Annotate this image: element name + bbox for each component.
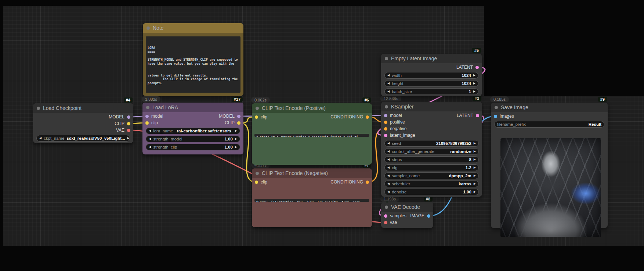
note-textarea[interactable]: LORA ==== STRENGTH_MODEL and STRENGTH_CL… xyxy=(146,36,240,93)
output-port-latent[interactable] xyxy=(476,114,479,117)
node-vae-decode-titlebar[interactable]: VAE Decode xyxy=(381,202,433,212)
combo-left-arrow-icon[interactable]: ◀ xyxy=(387,142,390,145)
collapse-dot-icon[interactable] xyxy=(37,107,40,110)
collapse-dot-icon[interactable] xyxy=(385,57,388,60)
input-label-latent-image: latent_image xyxy=(390,133,415,138)
node-ksampler[interactable]: 12.538s #3 KSampler model LATENT positiv… xyxy=(381,102,482,197)
combo-left-arrow-icon[interactable]: ◀ xyxy=(387,182,390,185)
positive-prompt-textarea[interactable]: a photo of a cyborg wearing a spacesuit … xyxy=(254,134,369,137)
collapse-dot-icon[interactable] xyxy=(146,26,150,30)
output-port-vae[interactable] xyxy=(127,129,130,132)
combo-right-arrow-icon[interactable]: ▶ xyxy=(474,158,476,161)
combo-left-arrow-icon[interactable]: ◀ xyxy=(387,90,390,93)
combo-right-arrow-icon[interactable]: ▶ xyxy=(235,138,237,140)
control-after-generate-widget[interactable]: ◀ control_after_generate randomize ▶ xyxy=(384,148,479,155)
cfg-widget[interactable]: ◀ cfg 1.2 ▶ xyxy=(384,164,479,171)
input-port-images[interactable] xyxy=(494,115,497,118)
node-graph-canvas[interactable]: Note LORA ==== STRENGTH_MODEL and STRENG… xyxy=(0,0,644,271)
node-clip-positive-titlebar[interactable]: CLIP Text Encode (Positive) xyxy=(252,103,372,113)
sampler-name-widget[interactable]: ◀ sampler_name dpmpp_2m ▶ xyxy=(384,172,479,179)
output-port-conditioning[interactable] xyxy=(366,115,369,119)
input-port-negative[interactable] xyxy=(384,127,387,131)
width-widget[interactable]: ◀ width 1024 ▶ xyxy=(384,72,478,79)
combo-left-arrow-icon[interactable]: ◀ xyxy=(149,129,151,132)
strength-model-widget[interactable]: ◀ strength_model 1.00 ▶ xyxy=(146,136,240,142)
input-port-clip[interactable] xyxy=(145,121,149,125)
output-port-clip[interactable] xyxy=(127,122,130,125)
input-port-samples[interactable] xyxy=(384,214,387,218)
combo-left-arrow-icon[interactable]: ◀ xyxy=(387,74,390,77)
combo-right-arrow-icon[interactable]: ▶ xyxy=(474,174,476,177)
node-clip-text-encode-positive[interactable]: 0.062s #6 CLIP Text Encode (Positive) cl… xyxy=(252,103,372,165)
output-port-conditioning[interactable] xyxy=(366,181,369,184)
ckpt-name-widget[interactable]: ◀ ckpt_name sdxl_realvisxlV50_v50Light..… xyxy=(36,135,130,142)
combo-right-arrow-icon[interactable]: ▶ xyxy=(474,190,476,193)
input-label-negative: negative xyxy=(390,126,406,131)
node-note-titlebar[interactable]: Note xyxy=(143,23,243,33)
combo-right-arrow-icon[interactable]: ▶ xyxy=(473,90,475,93)
combo-left-arrow-icon[interactable]: ◀ xyxy=(39,137,41,140)
node-load-lora[interactable]: 1.882s #17 Load LoRA model MODEL clip CL… xyxy=(142,103,243,154)
node-load-checkpoint-titlebar[interactable]: Load Checkpoint xyxy=(33,103,133,113)
input-port-model[interactable] xyxy=(384,114,387,117)
input-port-clip[interactable] xyxy=(255,181,258,184)
combo-left-arrow-icon[interactable]: ◀ xyxy=(387,190,390,193)
output-port-model[interactable] xyxy=(127,115,130,119)
height-widget[interactable]: ◀ height 1024 ▶ xyxy=(384,80,478,87)
scheduler-widget[interactable]: ◀ scheduler karras ▶ xyxy=(384,181,479,187)
combo-right-arrow-icon[interactable]: ▶ xyxy=(235,129,237,132)
strength-clip-widget[interactable]: ◀ strength_clip 1.00 ▶ xyxy=(146,144,240,150)
widget-label: lora_name xyxy=(153,129,173,133)
negative-prompt-textarea[interactable]: blurry, illustration, toy, clay, low qua… xyxy=(254,199,369,202)
combo-left-arrow-icon[interactable]: ◀ xyxy=(387,166,390,169)
combo-left-arrow-icon[interactable]: ◀ xyxy=(387,174,390,177)
note-text-pre: LORA ==== STRENGTH_MODEL and STRENGTH_CL… xyxy=(148,46,239,65)
output-port-model[interactable] xyxy=(237,115,240,118)
node-clip-negative-titlebar[interactable]: CLIP Text Encode (Negative) xyxy=(252,168,372,178)
collapse-dot-icon[interactable] xyxy=(256,172,259,175)
input-port-latent-image[interactable] xyxy=(384,134,387,137)
combo-right-arrow-icon[interactable]: ▶ xyxy=(474,166,476,169)
combo-right-arrow-icon[interactable]: ▶ xyxy=(474,150,476,153)
output-label-latent: LATENT xyxy=(456,65,473,70)
collapse-dot-icon[interactable] xyxy=(385,105,388,108)
combo-right-arrow-icon[interactable]: ▶ xyxy=(474,182,476,185)
combo-right-arrow-icon[interactable]: ▶ xyxy=(235,146,237,149)
node-save-image-titlebar[interactable]: Save Image xyxy=(491,103,608,112)
batch-size-widget[interactable]: ◀ batch_size 1 ▶ xyxy=(384,88,478,95)
denoise-widget[interactable]: ◀ denoise 1.00 ▶ xyxy=(384,189,479,195)
input-port-model[interactable] xyxy=(145,115,149,118)
node-empty-latent-titlebar[interactable]: Empty Latent Image xyxy=(381,54,482,63)
node-ksampler-titlebar[interactable]: KSampler xyxy=(381,102,482,111)
combo-left-arrow-icon[interactable]: ◀ xyxy=(149,138,151,140)
combo-right-arrow-icon[interactable]: ▶ xyxy=(473,74,475,77)
collapse-dot-icon[interactable] xyxy=(146,106,149,109)
input-port-clip[interactable] xyxy=(255,115,258,119)
node-note[interactable]: Note LORA ==== STRENGTH_MODEL and STRENG… xyxy=(143,23,243,96)
node-vae-decode[interactable]: 1.193s #8 VAE Decode samples IMAGE vae xyxy=(381,202,433,228)
input-port-positive[interactable] xyxy=(384,121,387,124)
combo-right-arrow-icon[interactable]: ▶ xyxy=(474,142,476,145)
filename-prefix-widget[interactable]: filename_prefix Result xyxy=(494,121,604,128)
steps-widget[interactable]: ◀ steps 8 ▶ xyxy=(384,156,479,163)
combo-right-arrow-icon[interactable]: ▶ xyxy=(473,82,475,85)
node-load-lora-titlebar[interactable]: Load LoRA xyxy=(142,103,243,112)
output-port-clip[interactable] xyxy=(237,121,240,125)
combo-right-arrow-icon[interactable]: ▶ xyxy=(127,137,130,140)
lora-name-widget[interactable]: ◀ lora_name ral-carbonfiber.safetensors … xyxy=(146,128,240,134)
node-empty-latent-image[interactable]: #5 Empty Latent Image LATENT ◀ width 102… xyxy=(381,54,482,96)
collapse-dot-icon[interactable] xyxy=(256,107,259,110)
output-port-image[interactable] xyxy=(427,214,430,218)
combo-left-arrow-icon[interactable]: ◀ xyxy=(387,150,390,153)
collapse-dot-icon[interactable] xyxy=(385,206,388,209)
combo-left-arrow-icon[interactable]: ◀ xyxy=(387,82,390,85)
combo-left-arrow-icon[interactable]: ◀ xyxy=(149,146,151,149)
seed-widget[interactable]: ◀ seed 210957836799252 ▶ xyxy=(384,140,479,147)
combo-left-arrow-icon[interactable]: ◀ xyxy=(387,158,390,161)
output-port-latent[interactable] xyxy=(475,66,479,69)
node-clip-text-encode-negative[interactable]: 4.097s #7 CLIP Text Encode (Negative) cl… xyxy=(252,168,372,227)
collapse-dot-icon[interactable] xyxy=(495,106,498,109)
node-save-image[interactable]: 0.185s #9 Save Image images filename_pre… xyxy=(491,103,608,228)
input-port-vae[interactable] xyxy=(384,221,387,224)
node-load-checkpoint[interactable]: #4 Load Checkpoint MODEL CLIP VAE ◀ ckpt… xyxy=(33,103,133,143)
